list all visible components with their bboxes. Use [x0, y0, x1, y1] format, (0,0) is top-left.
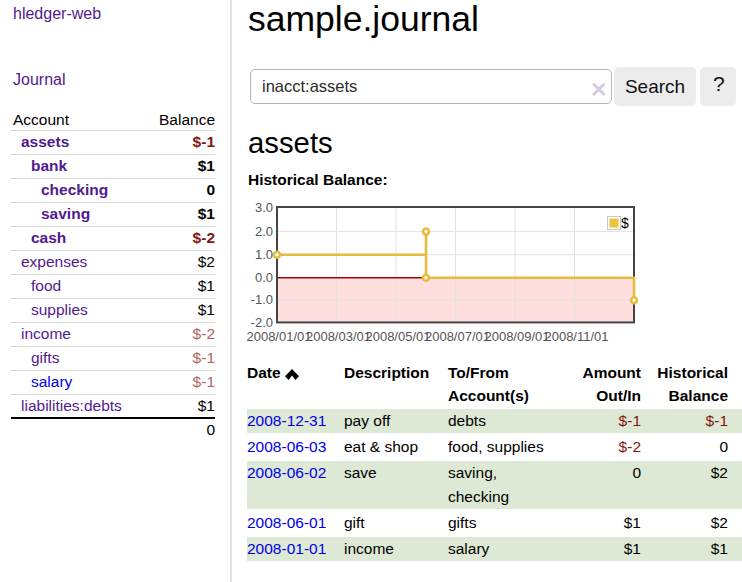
- svg-text:-2.0: -2.0: [251, 315, 273, 330]
- svg-text:3.0: 3.0: [255, 200, 273, 215]
- svg-text:$: $: [621, 215, 629, 231]
- svg-text:0.0: 0.0: [255, 270, 273, 285]
- svg-text:2.0: 2.0: [255, 224, 273, 239]
- svg-text:2008/05/01: 2008/05/01: [365, 329, 430, 344]
- svg-text:1.0: 1.0: [255, 247, 273, 262]
- svg-text:2008/07/01: 2008/07/01: [425, 329, 490, 344]
- svg-text:-1.0: -1.0: [251, 292, 273, 307]
- svg-text:2008/03/01: 2008/03/01: [306, 329, 371, 344]
- svg-text:2008/09/01: 2008/09/01: [484, 329, 549, 344]
- svg-text:2008/11/01: 2008/11/01: [544, 329, 608, 344]
- svg-text:2008/01/01: 2008/01/01: [246, 329, 311, 344]
